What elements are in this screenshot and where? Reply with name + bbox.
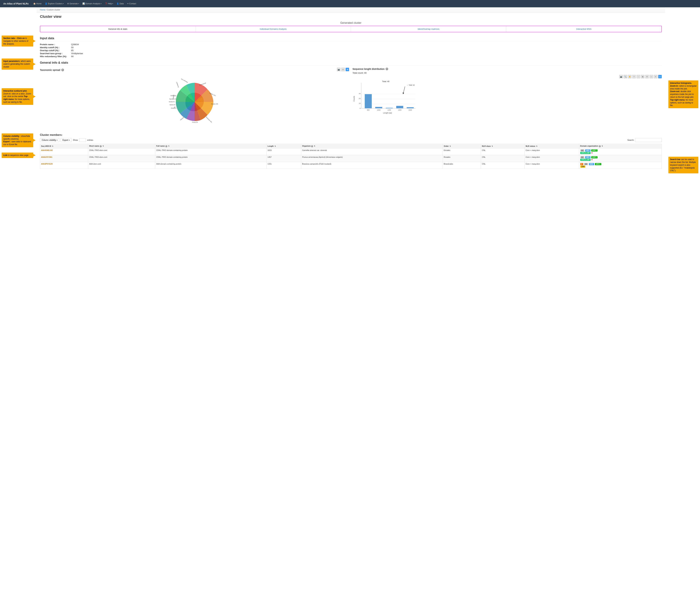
nlr-class-0: CNL: [481, 148, 525, 155]
hist-dash2-btn[interactable]: ≡: [654, 75, 657, 78]
col-nlr-status[interactable]: NLR status ⇅: [525, 144, 579, 148]
sunburst-camera-btn[interactable]: 📷: [337, 68, 341, 71]
input-data-grid: Protein name : Q38834 Identity cutoff (%…: [40, 43, 662, 58]
seq-link-2[interactable]: A0A3P5YEZ9: [41, 163, 52, 165]
hist-zoom-in-btn[interactable]: +: [632, 75, 636, 78]
nav-domain-analysis[interactable]: 📊 Domain Analysis ▾: [81, 2, 103, 5]
sunburst-chart[interactable]: Magnoliopsida: [166, 74, 223, 130]
nav-generate[interactable]: ⚙ Generate ▾: [66, 2, 80, 5]
col-full-name-help[interactable]: ?: [165, 145, 167, 147]
sort-organism[interactable]: ⇅: [314, 145, 315, 147]
svg-text:← Total: 40: ← Total: 40: [407, 84, 415, 86]
domain-badge-arc1-0: ARC1: [591, 149, 597, 152]
right-annotations: Interactive histograms. Zoom-in: select …: [667, 7, 700, 175]
organism-2: Brassica campestris (Field mustard): [301, 162, 443, 169]
col-seq-id[interactable]: Seq UKB ID ⇅: [40, 144, 88, 148]
table-row: A0A6J5Y3N1 CRAL-TRIO-dom-cont CRAL-TRIO …: [40, 155, 662, 162]
domain-badge-arc2-1: ARC2-LRR: [580, 159, 591, 161]
domain-badge-lrr-2: LRR: [580, 166, 585, 168]
length-0: 1615: [267, 148, 301, 155]
svg-text:Manihot 3%: Manihot 3%: [170, 104, 175, 105]
sunburst-menu-btn[interactable]: ☰: [346, 68, 349, 71]
tab-individual-domains[interactable]: Individual Domains Analysis: [196, 26, 351, 32]
domain-badge-x-1: ✕: [591, 159, 593, 161]
col-nlr-class[interactable]: NLR class ⇅: [481, 144, 525, 148]
svg-text:1200: 1200: [388, 109, 391, 111]
histogram-help-icon[interactable]: ?: [385, 68, 388, 70]
stats-grid: Taxonomic spread ? 📷 — ☰: [40, 68, 662, 130]
hist-camera-btn[interactable]: 📷: [619, 75, 623, 78]
histogram-total: Total count: 40: [352, 72, 662, 74]
sort-nlr-status[interactable]: ⇅: [536, 145, 538, 147]
col-organism-help[interactable]: ?: [311, 145, 313, 147]
col-domain-org-help[interactable]: ?: [599, 145, 601, 147]
sunburst-minus-btn[interactable]: —: [341, 68, 345, 71]
entries-input[interactable]: [79, 138, 86, 142]
sort-domain-org[interactable]: ⇅: [602, 145, 603, 147]
column-visibility-note: Column visibility : show/hide specific c…: [2, 133, 33, 147]
col-length[interactable]: Length ⇅: [267, 144, 301, 148]
svg-text:Brassicaceae: Brassicaceae: [199, 82, 206, 86]
tab-ident-overlap[interactable]: Ident/Overlap matrices: [351, 26, 506, 32]
svg-text:20: 20: [359, 98, 360, 99]
breadcrumb-home[interactable]: Home: [40, 9, 45, 11]
domain-org-2: K CC NBD ARC1 LRR: [579, 162, 661, 169]
full-name-2: AAA domain-containing protein: [155, 162, 267, 169]
col-full-name[interactable]: Full name ? ⇅: [155, 144, 267, 148]
search-wrap: Search:: [627, 138, 662, 142]
hist-x-btn[interactable]: ✕: [645, 75, 649, 78]
tab-general-info[interactable]: General info & stats: [40, 26, 196, 32]
order-0: Ericales: [443, 148, 481, 155]
field-value-1: 50: [71, 46, 662, 49]
col-organism[interactable]: Organism ? ⇅: [301, 144, 443, 148]
search-input[interactable]: [635, 138, 662, 142]
hist-menu-btn[interactable]: ☰: [658, 75, 662, 78]
sort-order[interactable]: ⇅: [450, 145, 451, 147]
sort-nlr-class[interactable]: ⇅: [492, 145, 493, 147]
sort-length[interactable]: ⇅: [275, 145, 276, 147]
sort-seq-id[interactable]: ⇅: [52, 145, 53, 147]
svg-text:Rosales 19%: Rosales 19%: [211, 103, 218, 104]
show-label: Show: [73, 139, 78, 141]
svg-rect-31: [396, 106, 403, 108]
page-title: Cluster view: [36, 13, 665, 20]
input-params-note: Input parameters: which were used in gen…: [2, 58, 33, 70]
sunburst-title: Taxonomic spread ? 📷 — ☰: [40, 68, 349, 72]
column-visibility-btn[interactable]: Column visibility ▾: [40, 138, 59, 142]
col-short-name[interactable]: Short name ? ⇅: [88, 144, 155, 148]
col-order[interactable]: Order ⇅: [443, 144, 481, 148]
nav-home[interactable]: 🏠 Home: [32, 2, 43, 5]
hist-zoom-out-btn[interactable]: -: [636, 75, 640, 78]
nav-contact[interactable]: ✏ Contact: [126, 2, 138, 5]
short-name-1: CRAL-TRIO-dom-cont: [88, 155, 155, 162]
seq-link-1[interactable]: A0A6J5Y3N1: [41, 156, 52, 158]
domain-badge-cc-2: CC: [584, 163, 588, 165]
short-name-2: AAA-dom-cont: [88, 162, 155, 169]
nav-help[interactable]: ❓ Help ▾: [103, 2, 115, 5]
field-label-3: Searched taxa group :: [40, 52, 70, 55]
hist-zoom-btn[interactable]: 🔍: [624, 75, 627, 78]
nav-data[interactable]: 👤 Data: [115, 2, 125, 5]
stats-title: General info & stats: [40, 61, 662, 66]
domain-badge-nbd-1: NBD: [585, 156, 591, 158]
sort-full-name[interactable]: ⇅: [168, 145, 170, 147]
domain-badge-k-2: K: [580, 163, 583, 165]
tab-interactive-msa[interactable]: Interactive MSA: [506, 26, 661, 32]
export-btn[interactable]: Export ▾: [61, 138, 72, 142]
seq-link-0[interactable]: A0A4S4ELN3: [41, 149, 53, 151]
svg-text:1400: 1400: [398, 109, 401, 111]
hist-dash1-btn[interactable]: —: [649, 75, 653, 78]
sort-short-name[interactable]: ⇅: [103, 145, 104, 147]
field-value-2: 85: [71, 49, 662, 52]
col-short-name-help[interactable]: ?: [100, 145, 102, 147]
sunburst-help-icon[interactable]: ?: [61, 69, 64, 71]
nav-explore-clusters[interactable]: 👤 Explore Clusters ▾: [44, 2, 65, 5]
col-domain-org[interactable]: Domain organization ? ⇅: [579, 144, 661, 148]
cluster-members-title: Cluster members:: [40, 133, 662, 136]
svg-text:Rosaceae 10%: Rosaceae 10%: [206, 117, 212, 123]
histogram-chart[interactable]: Total: 40 Counts 0 10 20 30: [352, 79, 419, 115]
hist-pan-btn[interactable]: ✋: [628, 75, 631, 78]
domain-badge-cc-0: CC: [580, 149, 584, 152]
hist-reset-btn[interactable]: ⊠: [641, 75, 645, 78]
table-controls: Column visibility ▾ Export ▾ Show entrie…: [40, 138, 662, 142]
